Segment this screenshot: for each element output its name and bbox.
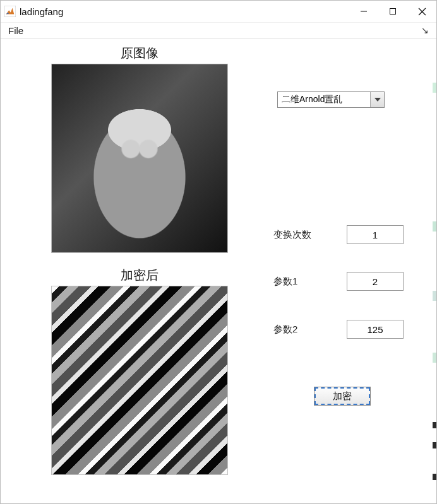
window-title: ladingfang [20, 6, 63, 17]
chevron-down-icon [370, 92, 384, 107]
menu-file[interactable]: File [3, 24, 28, 37]
matlab-icon [4, 6, 16, 17]
original-image-title: 原图像 [51, 45, 228, 62]
encrypted-image-title: 加密后 [51, 267, 228, 284]
maximize-button[interactable] [378, 2, 407, 21]
content-area: 原图像 加密后 二维Arnold置乱 变换次数 参数1 参数2 加密 [1, 38, 436, 503]
param1-label: 参数1 [273, 276, 297, 288]
param2-input[interactable] [347, 320, 404, 339]
close-button[interactable] [407, 2, 436, 21]
edge-decoration [433, 221, 436, 231]
algorithm-dropdown[interactable]: 二维Arnold置乱 [277, 91, 385, 108]
param1-input[interactable] [347, 272, 404, 291]
original-image [51, 64, 228, 253]
edge-decoration [433, 83, 436, 93]
minimize-button[interactable] [349, 2, 378, 21]
toolbar-overflow-icon[interactable]: ↘ [421, 25, 434, 35]
iterations-input[interactable] [347, 225, 404, 244]
algorithm-selected-label: 二维Arnold置乱 [278, 92, 370, 107]
svg-rect-2 [390, 9, 396, 15]
encrypted-image [51, 286, 228, 475]
edge-decoration [433, 353, 436, 363]
edge-decoration [433, 422, 436, 428]
window-controls [349, 1, 436, 22]
iterations-label: 变换次数 [273, 229, 311, 241]
encrypt-button[interactable]: 加密 [314, 387, 371, 406]
svg-rect-0 [4, 6, 16, 17]
menubar: File ↘ [1, 22, 436, 38]
edge-decoration [433, 442, 436, 448]
edge-decoration [433, 474, 436, 480]
titlebar: ladingfang [1, 1, 436, 22]
edge-decoration [433, 291, 436, 301]
app-window: ladingfang File ↘ 原图像 加密后 二维Arnold置乱 [0, 0, 437, 504]
param2-label: 参数2 [273, 324, 297, 336]
